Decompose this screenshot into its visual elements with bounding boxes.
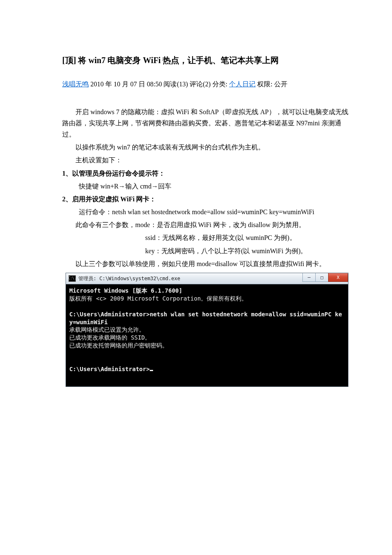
category-link[interactable]: 个人日记 xyxy=(229,81,256,88)
article-body: 开启 windows 7 的隐藏功能：虚拟 WiFi 和 SoftAP（即虚拟无… xyxy=(62,106,351,269)
step-heading-1: 1、以管理员身份运行命令提示符： xyxy=(62,168,351,179)
cmd-line: 承载网络模式已设置为允许。 xyxy=(69,326,145,333)
maximize-button[interactable]: □ xyxy=(315,273,329,282)
paragraph: 快捷键 win+R→输入 cmd→回车 xyxy=(62,181,351,192)
post-meta: 浅唱无鸣 2010 年 10 月 07 日 08:50 阅读(13) 评论(2)… xyxy=(62,79,351,90)
cmd-prompt: C:\Users\Administrator> xyxy=(69,366,150,372)
comment-count: 评论(2) xyxy=(190,81,211,88)
cmd-line: Microsoft Windows [版本 6.1.7600] xyxy=(69,287,182,294)
paragraph: ssid：无线网名称，最好用英文(以 wuminPC 为例)。 xyxy=(62,232,351,243)
cmd-line: 版权所有 <c> 2009 Microsoft Corporation。保留所有… xyxy=(69,295,247,302)
paragraph: 以上三个参数可以单独使用，例如只使用 mode=disallow 可以直接禁用虚… xyxy=(62,258,351,269)
close-button[interactable]: X xyxy=(328,273,348,282)
command-text: 运行命令：netsh wlan set hostednetwork mode=a… xyxy=(62,206,351,218)
cmd-line: 已成功更改承载网络的 SSID。 xyxy=(69,334,151,341)
page-title: [顶] 将 win7 电脑变身 WiFi 热点，让手机、笔记本共享上网 xyxy=(62,54,351,66)
post-date: 2010 年 10 月 07 日 08:50 xyxy=(90,81,162,88)
cmd-prompt: C:\Users\Administrator> xyxy=(69,311,150,318)
paragraph: 开启 windows 7 的隐藏功能：虚拟 WiFi 和 SoftAP（即虚拟无… xyxy=(62,106,351,140)
cmd-line: 已成功更改托管网络的用户密钥密码。 xyxy=(69,342,168,349)
minimize-button[interactable]: ─ xyxy=(302,273,316,282)
category-label: 分类: xyxy=(212,81,227,88)
author-link[interactable]: 浅唱无鸣 xyxy=(62,81,89,88)
step-heading-2: 2、启用并设定虚拟 WiFi 网卡： xyxy=(62,193,351,205)
paragraph: 此命令有三个参数，mode：是否启用虚拟 WiFi 网卡，改为 disallow… xyxy=(62,219,351,230)
cmd-icon: C:\. xyxy=(68,275,76,282)
cmd-title-text: 管理员: C:\Windows\system32\cmd.exe xyxy=(78,275,303,282)
permission-label: 权限: 公开 xyxy=(257,81,287,88)
paragraph: 以操作系统为 win7 的笔记本或装有无线网卡的台式机作为主机。 xyxy=(62,142,351,153)
cursor-icon xyxy=(150,370,153,371)
cmd-window: C:\. 管理员: C:\Windows\system32\cmd.exe ─ … xyxy=(66,273,348,387)
cmd-output: Microsoft Windows [版本 6.1.7600] 版权所有 <c>… xyxy=(66,284,348,386)
read-count: 阅读(13) xyxy=(163,81,188,88)
paragraph: key：无线网密码，八个以上字符(以 wuminWiFi 为例)。 xyxy=(62,245,351,257)
cmd-titlebar[interactable]: C:\. 管理员: C:\Windows\system32\cmd.exe ─ … xyxy=(66,273,348,284)
paragraph: 主机设置如下： xyxy=(62,154,351,166)
